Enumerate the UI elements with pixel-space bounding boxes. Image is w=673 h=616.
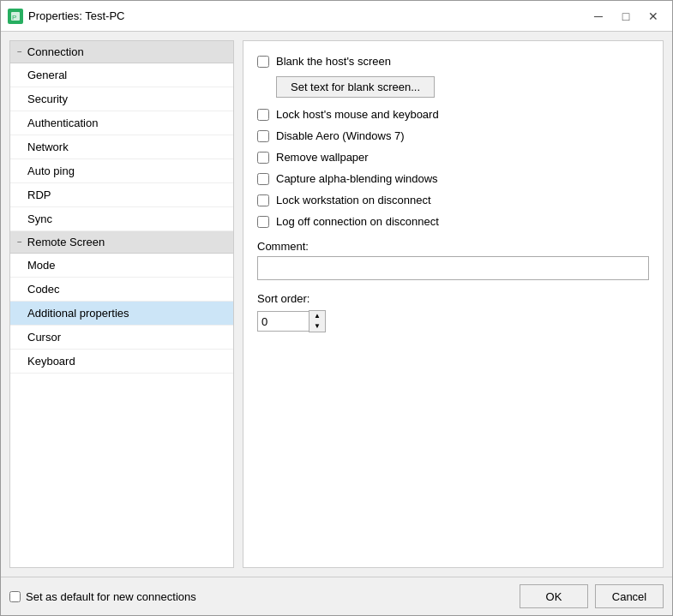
lock-workstation-label[interactable]: Lock workstation on disconnect xyxy=(276,194,431,206)
disable-aero-row: Disable Aero (Windows 7) xyxy=(257,129,649,142)
maximize-button[interactable]: □ xyxy=(614,7,638,26)
lock-mouse-label[interactable]: Lock host's mouse and keyboard xyxy=(276,108,439,121)
sidebar: − Connection General Security Authentica… xyxy=(9,40,234,568)
connection-group-label: Connection xyxy=(27,45,84,58)
comment-label: Comment: xyxy=(257,240,649,253)
titlebar-buttons: ─ □ ✕ xyxy=(586,7,665,26)
capture-alpha-label[interactable]: Capture alpha-blending windows xyxy=(276,172,438,185)
content-area: − Connection General Security Authentica… xyxy=(1,32,672,577)
sidebar-item-keyboard[interactable]: Keyboard xyxy=(10,350,233,374)
sidebar-item-mode[interactable]: Mode xyxy=(10,254,233,278)
remote-screen-collapse-icon: − xyxy=(17,237,22,247)
sidebar-item-cursor[interactable]: Cursor xyxy=(10,326,233,350)
sort-order-controls: ▲ ▼ xyxy=(257,310,649,332)
sidebar-item-auto-ping[interactable]: Auto ping xyxy=(10,159,233,183)
sidebar-item-sync[interactable]: Sync xyxy=(10,207,233,231)
sort-order-down-button[interactable]: ▼ xyxy=(309,321,325,332)
titlebar: P Properties: Test-PC ─ □ ✕ xyxy=(1,1,672,32)
lock-workstation-checkbox[interactable] xyxy=(257,194,269,206)
lock-workstation-row: Lock workstation on disconnect xyxy=(257,194,649,206)
svg-text:P: P xyxy=(12,14,16,21)
lock-mouse-checkbox[interactable] xyxy=(257,109,269,121)
remote-screen-group-label: Remote Screen xyxy=(27,236,105,248)
main-panel: Blank the host's screen Set text for bla… xyxy=(243,40,664,568)
disable-aero-checkbox[interactable] xyxy=(257,130,269,142)
comment-group: Comment: xyxy=(257,240,649,280)
capture-alpha-row: Capture alpha-blending windows xyxy=(257,172,649,185)
default-connection-checkbox[interactable] xyxy=(9,591,21,602)
close-button[interactable]: ✕ xyxy=(641,7,665,26)
comment-input[interactable] xyxy=(257,256,649,280)
main-window: P Properties: Test-PC ─ □ ✕ − Connection… xyxy=(0,0,673,616)
connection-group-header[interactable]: − Connection xyxy=(10,41,233,63)
footer: Set as default for new connections OK Ca… xyxy=(1,577,672,615)
panel-content: Blank the host's screen Set text for bla… xyxy=(243,40,664,568)
minimize-button[interactable]: ─ xyxy=(586,7,610,26)
sort-order-up-button[interactable]: ▲ xyxy=(309,311,325,321)
lock-mouse-row: Lock host's mouse and keyboard xyxy=(257,108,649,121)
default-connection-text: Set as default for new connections xyxy=(26,590,196,603)
log-off-checkbox[interactable] xyxy=(257,216,269,228)
sidebar-item-general[interactable]: General xyxy=(10,63,233,87)
disable-aero-label[interactable]: Disable Aero (Windows 7) xyxy=(276,129,405,142)
remove-wallpaper-label[interactable]: Remove wallpaper xyxy=(276,151,369,164)
window-title: Properties: Test-PC xyxy=(28,9,586,22)
cancel-button[interactable]: Cancel xyxy=(595,584,664,608)
sidebar-item-additional-properties[interactable]: Additional properties xyxy=(10,302,233,326)
blank-screen-label[interactable]: Blank the host's screen xyxy=(276,55,391,68)
sort-order-spinner: ▲ ▼ xyxy=(309,310,326,332)
log-off-row: Log off connection on disconnect xyxy=(257,215,649,228)
sort-order-input[interactable] xyxy=(257,311,309,332)
capture-alpha-checkbox[interactable] xyxy=(257,173,269,185)
footer-buttons: OK Cancel xyxy=(520,584,664,608)
sidebar-item-security[interactable]: Security xyxy=(10,87,233,111)
log-off-label[interactable]: Log off connection on disconnect xyxy=(276,215,439,228)
set-text-button[interactable]: Set text for blank screen... xyxy=(276,76,435,98)
remove-wallpaper-checkbox[interactable] xyxy=(257,152,269,164)
ok-button[interactable]: OK xyxy=(520,584,588,608)
blank-screen-checkbox[interactable] xyxy=(257,56,269,68)
remote-screen-group-header[interactable]: − Remote Screen xyxy=(10,231,233,254)
sort-order-label: Sort order: xyxy=(257,292,649,305)
sidebar-item-rdp[interactable]: RDP xyxy=(10,183,233,207)
sidebar-item-authentication[interactable]: Authentication xyxy=(10,111,233,135)
remove-wallpaper-row: Remove wallpaper xyxy=(257,151,649,164)
sidebar-item-network[interactable]: Network xyxy=(10,135,233,159)
app-icon: P xyxy=(8,9,23,24)
sidebar-item-codec[interactable]: Codec xyxy=(10,278,233,302)
connection-collapse-icon: − xyxy=(17,47,22,57)
sort-order-group: Sort order: ▲ ▼ xyxy=(257,292,649,332)
blank-screen-row: Blank the host's screen xyxy=(257,55,649,68)
default-connection-label[interactable]: Set as default for new connections xyxy=(9,590,520,603)
